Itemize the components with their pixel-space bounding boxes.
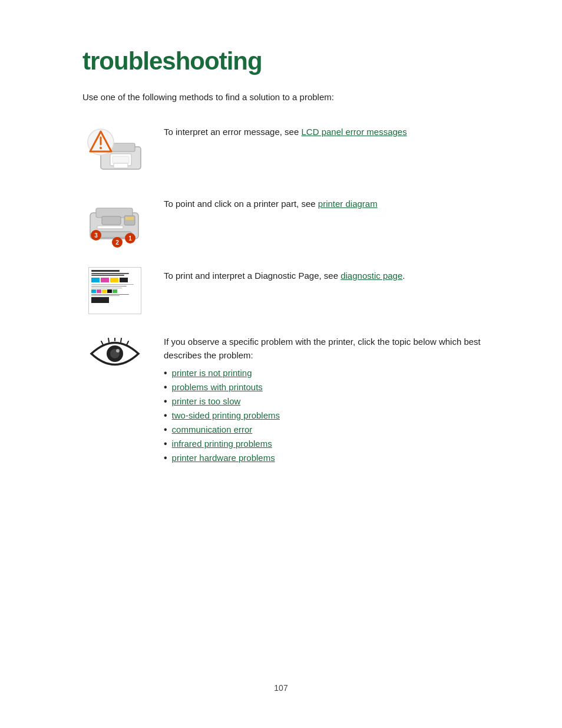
printer-not-printing-link[interactable]: printer is not printing: [172, 368, 252, 378]
svg-line-29: [127, 341, 128, 345]
text-area-specific-problem: If you observe a specific problem with t…: [164, 333, 491, 467]
printer-diagram-svg: 1 2 3: [84, 195, 146, 248]
diagnostic-text: To print and interpret a Diagnostic Page…: [164, 269, 491, 283]
svg-point-24: [116, 349, 120, 353]
lcd-panel-link[interactable]: LCD panel error messages: [301, 127, 406, 137]
page-title: troubleshooting: [82, 47, 491, 75]
svg-text:3: 3: [94, 232, 98, 239]
icon-area-diagnostic: [82, 267, 147, 314]
communication-error-link[interactable]: communication error: [172, 424, 253, 434]
problem-links-list: printer is not printing problems with pr…: [164, 368, 491, 463]
list-item-not-printing: printer is not printing: [164, 368, 491, 378]
list-item-hardware: printer hardware problems: [164, 453, 491, 463]
section-diagnostic: To print and interpret a Diagnostic Page…: [82, 267, 491, 314]
svg-point-8: [100, 147, 102, 149]
section-specific-problem: If you observe a specific problem with t…: [82, 333, 491, 467]
printer-diagram-link[interactable]: printer diagram: [318, 199, 378, 209]
svg-rect-3: [113, 156, 129, 163]
intro-paragraph: Use one of the following methods to find…: [82, 92, 491, 102]
error-message-text: To interpret an error message, see LCD p…: [164, 126, 491, 139]
eye-icon: [88, 333, 141, 374]
text-area-diagnostic: To print and interpret a Diagnostic Page…: [164, 267, 491, 283]
svg-text:2: 2: [115, 239, 119, 246]
problems-printouts-link[interactable]: problems with printouts: [172, 382, 263, 392]
hardware-problems-link[interactable]: printer hardware problems: [172, 453, 275, 463]
svg-line-28: [121, 338, 121, 342]
eye-svg: [88, 338, 141, 370]
svg-rect-21: [97, 226, 123, 229]
svg-rect-13: [125, 217, 134, 220]
section-error-message: To interpret an error message, see LCD p…: [82, 123, 491, 176]
infrared-link[interactable]: infrared printing problems: [172, 439, 272, 449]
printer-too-slow-link[interactable]: printer is too slow: [172, 396, 241, 406]
two-sided-link[interactable]: two-sided printing problems: [172, 410, 280, 420]
diagnostic-page-link[interactable]: diagnostic page: [340, 271, 402, 281]
svg-line-25: [101, 341, 103, 345]
warning-printer-icon: [84, 123, 146, 176]
list-item-two-sided: two-sided printing problems: [164, 410, 491, 421]
page-number: 107: [0, 683, 562, 693]
text-area-printer-diagram: To point and click on a printer part, se…: [164, 195, 491, 211]
section-printer-diagram: 1 2 3 To point and click on a printer pa…: [82, 195, 491, 248]
diagnostic-page-icon: [88, 267, 141, 314]
list-item-too-slow: printer is too slow: [164, 396, 491, 407]
list-item-printouts: problems with printouts: [164, 382, 491, 393]
specific-problem-text: If you observe a specific problem with t…: [164, 335, 491, 362]
printer-diagram-text: To point and click on a printer part, se…: [164, 197, 491, 211]
page-container: troubleshooting Use one of the following…: [0, 0, 562, 728]
svg-text:1: 1: [128, 235, 132, 242]
list-item-infrared: infrared printing problems: [164, 439, 491, 449]
printer-diagram-icon: 1 2 3: [84, 195, 146, 248]
warning-printer-svg: [84, 123, 146, 176]
svg-line-26: [108, 338, 109, 342]
svg-rect-4: [114, 163, 128, 168]
list-item-comm-error: communication error: [164, 424, 491, 435]
icon-area-eye: [82, 333, 147, 374]
icon-area-error: [82, 123, 147, 176]
svg-rect-14: [102, 216, 121, 225]
text-area-error: To interpret an error message, see LCD p…: [164, 123, 491, 139]
icon-area-printer: 1 2 3: [82, 195, 147, 248]
